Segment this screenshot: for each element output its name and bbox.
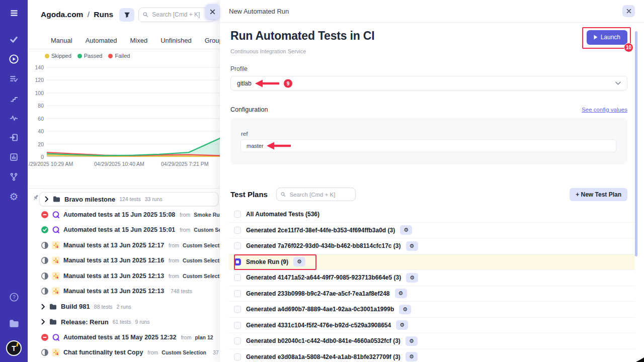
chevron-right-icon[interactable] <box>41 304 45 310</box>
folder-name[interactable]: Build 981 <box>61 303 90 310</box>
run-title[interactable]: Chat functinality test Copy <box>63 349 143 356</box>
run-list-item[interactable]: Manual tests at 13 Jun 2025 12:13 from C… <box>28 268 220 284</box>
run-from-source[interactable]: Custom Selection <box>162 349 206 355</box>
test-plan-label[interactable]: Generated b02040c1-c442-4db0-841e-4660a0… <box>246 337 400 344</box>
test-plan-checkbox[interactable] <box>234 227 241 234</box>
test-plan-checkbox[interactable] <box>234 322 241 329</box>
test-plan-settings-button[interactable]: ⚙ <box>406 352 418 361</box>
run-list-item[interactable]: Automated tests at 15 Jun 2025 15:08 fro… <box>28 207 220 223</box>
test-plan-label[interactable]: Generated 233b0998-b9c2-47ae-a5cf-7ea1af… <box>246 290 390 297</box>
runs-icon[interactable] <box>9 54 20 65</box>
run-title[interactable]: Automated tests at 15 Jun 2025 15:01 <box>63 226 175 233</box>
settings-icon[interactable]: ⚙ <box>9 191 20 202</box>
help-icon[interactable]: ? <box>9 292 20 303</box>
test-plan-settings-button[interactable]: ⚙ <box>406 336 418 346</box>
test-plan-label[interactable]: Generated 4331c104-f5f2-476e-b92d-c529a3… <box>246 322 391 329</box>
run-list-item[interactable]: Chat functinality test Copy from Custom … <box>28 345 220 360</box>
test-plan-settings-button[interactable]: ⚙ <box>406 241 418 251</box>
test-plan-row[interactable]: Generated 41471a52-a644-49f7-9085-923713… <box>229 270 635 286</box>
panel-close-button[interactable] <box>205 4 219 19</box>
tab-mixed[interactable]: Mixed <box>130 37 148 44</box>
run-from-source[interactable]: Custom Selection <box>194 227 220 233</box>
test-plan-settings-button[interactable]: ⚙ <box>400 225 412 235</box>
test-plan-row[interactable]: Generated 2ce11f7d-38ef-44fe-b353-4f694f… <box>229 223 635 239</box>
test-plan-row[interactable]: Generated b02040c1-c442-4db0-841e-4660a0… <box>229 333 635 349</box>
run-group-folder-row[interactable]: Release: Rerun 61 tests 9 runs <box>28 314 220 330</box>
test-plan-row[interactable]: Generated e3d08a1a-5808-42e4-a1ab-81bfe3… <box>229 349 635 362</box>
run-group-folder-row[interactable]: Build 981 88 tests 2 runs <box>28 299 220 315</box>
run-list-item[interactable]: Manual tests at 13 Jun 2025 12:16 from C… <box>28 253 220 268</box>
tests-icon[interactable] <box>9 34 20 45</box>
tab-unfinished[interactable]: Unfinished <box>160 37 191 44</box>
scrollbar-thumb[interactable] <box>635 31 637 256</box>
run-title[interactable]: Manual tests at 13 Jun 2025 12:16 <box>63 257 164 264</box>
legend-skipped[interactable]: Skipped <box>45 53 71 59</box>
tab-automated[interactable]: Automated <box>86 37 117 44</box>
test-plan-row[interactable]: Generated 233b0998-b9c2-47ae-a5cf-7ea1af… <box>229 286 635 302</box>
launch-button[interactable]: Launch <box>587 30 627 45</box>
folder-name[interactable]: Release: Rerun <box>61 318 109 326</box>
filter-button[interactable] <box>119 8 134 22</box>
run-group-folder-row[interactable]: Bravo milestone 124 tests 33 runs <box>28 192 220 207</box>
test-plan-row[interactable]: Generated 4331c104-f5f2-476e-b92d-c529a3… <box>229 318 635 334</box>
runs-search[interactable] <box>138 8 215 22</box>
chevron-right-icon[interactable] <box>45 196 49 202</box>
legend-failed[interactable]: Failed <box>108 53 130 59</box>
run-from-source[interactable]: Custom Selection <box>183 273 220 279</box>
run-from-source[interactable]: Custom Selection <box>183 257 220 263</box>
tab-manual[interactable]: Manual <box>51 37 72 44</box>
steps-icon[interactable] <box>9 93 20 104</box>
test-plan-checkbox[interactable] <box>234 258 241 265</box>
test-plans-search[interactable] <box>276 188 356 201</box>
run-from-source[interactable]: Custom Selection <box>183 242 220 248</box>
test-plan-row[interactable]: All Automated Tests (536) <box>229 207 635 223</box>
test-plan-row[interactable]: Generated a4d690b7-8889-4ae1-92aa-0c3001… <box>229 302 635 318</box>
test-plan-settings-button[interactable]: ⚙ <box>395 289 407 298</box>
see-config-values-link[interactable]: See config values <box>582 107 627 113</box>
test-plan-settings-button[interactable]: ⚙ <box>399 305 411 314</box>
menu-icon[interactable] <box>9 8 20 19</box>
test-plan-row[interactable]: Smoke Run (9) ⚙ <box>229 254 635 270</box>
test-plan-checkbox[interactable] <box>234 242 241 249</box>
run-from-source[interactable]: plan 12 <box>195 334 213 340</box>
test-plan-settings-button[interactable]: ⚙ <box>396 320 408 330</box>
pulse-icon[interactable] <box>9 113 20 124</box>
breadcrumb-project[interactable]: Agoda.com <box>41 10 83 19</box>
run-title[interactable]: Manual tests at 13 Jun 2025 12:13 <box>63 288 164 295</box>
folder-card[interactable]: Release: Rerun 61 tests 9 runs <box>41 318 220 326</box>
legend-passed[interactable]: Passed <box>77 53 103 59</box>
test-plan-settings-button[interactable]: ⚙ <box>406 273 418 283</box>
test-plan-label[interactable]: Generated 2ce11f7d-38ef-44fe-b353-4f694f… <box>246 227 395 234</box>
run-from-source[interactable]: Smoke Run <box>194 212 220 218</box>
test-plan-checkbox[interactable] <box>234 274 241 281</box>
test-plan-settings-button[interactable]: ⚙ <box>293 257 305 266</box>
test-plan-label[interactable]: Generated 7a76f022-93d0-434b-b462-bb8114… <box>246 242 401 249</box>
app-logo-avatar[interactable]: T <box>6 340 22 356</box>
test-plan-checkbox[interactable] <box>234 290 241 297</box>
run-title[interactable]: Manual tests at 13 Jun 2025 12:17 <box>63 242 164 249</box>
test-plan-label[interactable]: Generated e3d08a1a-5808-42e4-a1ab-81bfe3… <box>246 353 400 360</box>
test-plans-icon[interactable] <box>9 73 20 84</box>
test-plan-checkbox[interactable] <box>234 337 241 344</box>
run-list-item[interactable]: Manual tests at 13 Jun 2025 12:13 748 te… <box>28 284 220 299</box>
folder-card[interactable]: Build 981 88 tests 2 runs <box>41 303 220 310</box>
test-plan-label[interactable]: All Automated Tests (536) <box>246 211 319 218</box>
chevron-right-icon[interactable] <box>41 319 45 325</box>
profile-select[interactable]: gitlab 9 <box>230 76 627 90</box>
run-title[interactable]: Automated tests at 15 May 2025 12:32 <box>63 334 176 341</box>
branches-icon[interactable] <box>9 171 20 183</box>
test-plan-checkbox[interactable] <box>234 353 241 360</box>
folder-card[interactable]: Bravo milestone 124 tests 33 runs <box>39 192 218 206</box>
import-icon[interactable] <box>9 132 20 143</box>
run-list-item[interactable]: Automated tests at 15 Jun 2025 15:01 fro… <box>28 222 220 238</box>
panel-close-button[interactable] <box>622 5 635 17</box>
test-plan-label[interactable]: Smoke Run (9) <box>246 258 288 265</box>
test-plan-label[interactable]: Generated 41471a52-a644-49f7-9085-923713… <box>246 274 401 281</box>
folder-name[interactable]: Bravo milestone <box>64 196 115 203</box>
run-title[interactable]: Manual tests at 13 Jun 2025 12:13 <box>63 273 164 280</box>
ref-field-input[interactable] <box>240 139 616 152</box>
run-list-item[interactable]: Manual tests at 13 Jun 2025 12:17 from C… <box>28 238 220 253</box>
test-plan-checkbox[interactable] <box>234 211 241 218</box>
test-plans-search-input[interactable] <box>288 191 351 198</box>
test-plan-checkbox[interactable] <box>234 306 241 313</box>
